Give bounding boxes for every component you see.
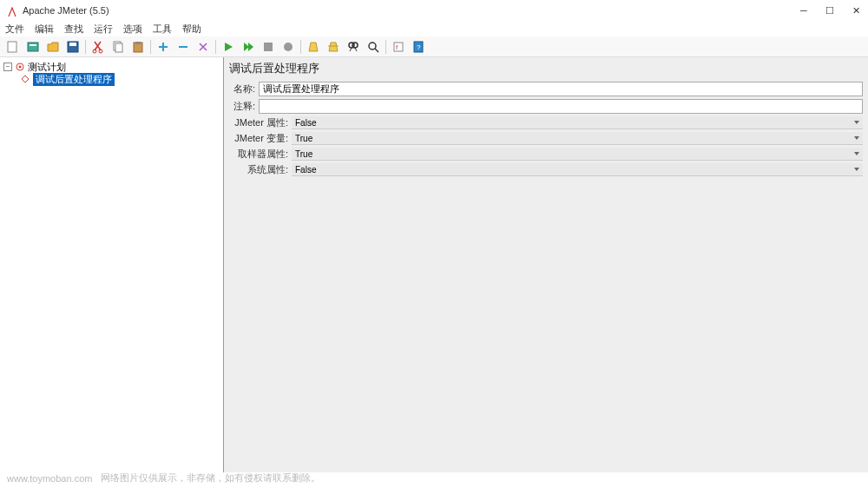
footer-watermark: www.toymoban.com 网络图片仅供展示，非存储，如有侵权请联系删除。 [7, 472, 861, 485]
function-helper-icon[interactable]: f [389, 38, 408, 56]
open-icon[interactable] [43, 38, 62, 56]
menu-edit[interactable]: 编辑 [35, 23, 54, 36]
svg-rect-0 [8, 42, 16, 52]
clear-all-icon[interactable] [324, 38, 343, 56]
app-icon [7, 5, 17, 16]
toggle-icon[interactable] [194, 38, 213, 56]
main-content: − 测试计划 调试后置处理程序 调试后置处理程序 名称: 注释: JMeter … [0, 57, 868, 472]
svg-rect-4 [69, 43, 76, 46]
svg-point-14 [352, 43, 358, 48]
menu-tools[interactable]: 工具 [153, 23, 172, 36]
tree-child-label: 调试后置处理程序 [33, 73, 115, 86]
titlebar: Apache JMeter (5.5) ─ ☐ ✕ [0, 0, 868, 21]
jmeter-props-label: JMeter 属性: [229, 116, 288, 129]
help-icon[interactable]: ? [409, 38, 428, 56]
jmeter-vars-label: JMeter 变量: [229, 132, 288, 145]
svg-rect-1 [28, 43, 38, 51]
start-no-pause-icon[interactable] [239, 38, 258, 56]
comment-input[interactable] [259, 99, 863, 114]
expand-icon[interactable] [154, 38, 173, 56]
separator [215, 40, 216, 54]
collapse-toggle-icon[interactable]: − [3, 63, 12, 71]
templates-icon[interactable] [23, 38, 43, 56]
svg-rect-2 [30, 44, 36, 46]
menu-search[interactable]: 查找 [64, 23, 83, 36]
form-panel: 调试后置处理程序 名称: 注释: JMeter 属性: False JMeter… [224, 57, 868, 472]
system-props-select[interactable]: False [292, 163, 863, 176]
separator [385, 40, 386, 54]
panel-title: 调试后置处理程序 [229, 61, 863, 76]
menu-run[interactable]: 运行 [94, 23, 113, 36]
postprocessor-icon [19, 73, 31, 85]
minimize-button[interactable]: ─ [799, 5, 809, 16]
start-icon[interactable] [219, 38, 238, 56]
svg-rect-8 [115, 43, 122, 52]
tree-panel: − 测试计划 调试后置处理程序 [0, 57, 224, 472]
menu-options[interactable]: 选项 [123, 23, 142, 36]
svg-rect-11 [264, 43, 273, 51]
window-controls: ─ ☐ ✕ [799, 5, 861, 16]
name-label: 名称: [229, 82, 255, 96]
svg-point-21 [19, 66, 22, 69]
footer-text: 网络图片仅供展示，非存储，如有侵权请联系删除。 [101, 472, 320, 485]
testplan-icon [14, 61, 26, 73]
tree-root-row[interactable]: − 测试计划 [2, 61, 221, 73]
separator [300, 40, 301, 54]
svg-rect-10 [135, 42, 141, 44]
tree-root-label: 测试计划 [28, 61, 66, 74]
search-icon[interactable] [344, 38, 363, 56]
separator [85, 40, 86, 54]
system-props-row: 系统属性: False [229, 163, 863, 176]
svg-point-15 [369, 43, 376, 49]
clear-icon[interactable] [304, 38, 323, 56]
copy-icon[interactable] [108, 38, 128, 56]
save-icon[interactable] [63, 38, 82, 56]
comment-label: 注释: [229, 100, 255, 113]
name-input[interactable] [259, 82, 863, 96]
jmeter-vars-row: JMeter 变量: True [229, 132, 863, 145]
jmeter-props-row: JMeter 属性: False [229, 116, 863, 129]
sampler-props-row: 取样器属性: True [229, 148, 863, 161]
separator [150, 40, 151, 54]
menu-help[interactable]: 帮助 [182, 23, 201, 36]
maximize-button[interactable]: ☐ [825, 5, 835, 16]
new-icon[interactable] [3, 38, 23, 56]
sampler-props-label: 取样器属性: [229, 148, 288, 161]
cut-icon[interactable] [89, 38, 108, 56]
jmeter-props-select[interactable]: False [292, 116, 863, 129]
tree-child-row[interactable]: 调试后置处理程序 [2, 73, 221, 85]
window-title: Apache JMeter (5.5) [23, 5, 799, 16]
comment-row: 注释: [229, 99, 863, 114]
menubar: 文件 编辑 查找 运行 选项 工具 帮助 [0, 21, 868, 36]
jmeter-vars-select[interactable]: True [292, 132, 863, 145]
sampler-props-select[interactable]: True [292, 148, 863, 161]
reset-search-icon[interactable] [364, 38, 383, 56]
footer-domain: www.toymoban.com [7, 473, 92, 484]
paste-icon[interactable] [128, 38, 148, 56]
system-props-label: 系统属性: [229, 163, 288, 176]
toolbar: f ? [0, 36, 868, 57]
menu-file[interactable]: 文件 [5, 23, 24, 36]
collapse-icon[interactable] [174, 38, 193, 56]
stop-icon[interactable] [259, 38, 278, 56]
svg-text:?: ? [417, 43, 421, 51]
close-button[interactable]: ✕ [851, 5, 861, 16]
name-row: 名称: [229, 82, 863, 96]
shutdown-icon[interactable] [279, 38, 298, 56]
svg-point-12 [284, 43, 293, 51]
